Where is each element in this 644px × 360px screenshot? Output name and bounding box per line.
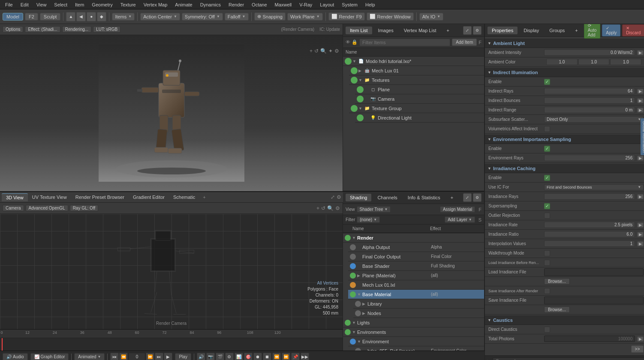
shader-row-lights[interactable]: ▼ Lights (343, 318, 484, 327)
filter-items-input[interactable] (359, 39, 450, 46)
walkthrough-checkbox[interactable] (544, 250, 550, 256)
bb-icon-pin[interactable]: 📌 (291, 353, 300, 360)
panel-tab-images[interactable]: Images (374, 27, 398, 34)
shader-expand-nodes[interactable]: ▶ (362, 311, 367, 315)
apply-btn[interactable]: ✓ Apply (602, 24, 620, 36)
bb-icon-settings[interactable]: ⚙ (225, 353, 234, 360)
caustics-header[interactable]: ▼ Caustics (485, 315, 644, 325)
afx-io-dropdown[interactable]: Afx IO ▼ (419, 13, 443, 21)
menu-animate[interactable]: Animate (172, 1, 196, 8)
transport-start[interactable]: ⏮ (110, 353, 119, 360)
render-window-dropdown[interactable]: ⬜ Render Window (367, 12, 414, 21)
env-rays-value[interactable]: 256 (544, 155, 635, 161)
interpolation-values-value[interactable]: 1 (544, 240, 635, 247)
vp-icon-zoom[interactable]: 🔍 (320, 48, 327, 54)
ic-enable-checkbox[interactable]: ✓ (544, 175, 550, 181)
bb-icon-record[interactable]: ⏺ (253, 353, 262, 360)
transport-end[interactable]: ⏭ (155, 353, 163, 360)
bvp-icon-settings[interactable]: ⚙ (335, 205, 340, 211)
opengl-btn[interactable]: Advanced OpenGL (26, 205, 68, 211)
browse-load-btn[interactable]: Browse... (544, 278, 570, 285)
shield-icon-1[interactable]: ▲ (66, 12, 75, 21)
shader-expand-environment[interactable]: ▼ (357, 339, 362, 344)
shader-expand-library[interactable]: ▶ (362, 302, 367, 306)
work-plane-dropdown[interactable]: Work Plane ▼ (287, 13, 323, 21)
panel-tab-vertex-map[interactable]: Vertex Map List (400, 27, 441, 34)
frame-input[interactable] (128, 353, 145, 360)
shader-row-plane[interactable]: ▶ Plane (Material) (all) (348, 271, 484, 280)
menu-texture[interactable]: Texture (117, 1, 139, 8)
shader-tree-dropdown[interactable]: Shader Tree ▼ (357, 206, 391, 213)
ambient-color-g[interactable]: 1.0 (578, 59, 610, 65)
shader-row-hdre[interactable]: hdre_055_Ref (Image) Environment Color (353, 346, 484, 351)
shader-expand-lights[interactable]: ▼ (352, 321, 357, 325)
symmetry-dropdown[interactable]: Symmetry: Off ▼ (182, 13, 223, 21)
tab-add[interactable]: + (199, 193, 209, 201)
list-item[interactable]: ▶ 🤖 Mech Lux 01 (349, 66, 484, 75)
indirect-rays-arrow[interactable]: ▶ (637, 89, 644, 94)
shader-row-base-material[interactable]: ▼ Base Material (all) (348, 290, 484, 299)
menu-edit[interactable]: Edit (17, 1, 32, 8)
panel-tab-item-list[interactable]: Item List (346, 27, 372, 34)
direct-caustics-checkbox[interactable] (544, 327, 550, 333)
shader-tab-channels[interactable]: Channels (373, 194, 401, 201)
eis-enable-checkbox[interactable]: ✓ (544, 146, 550, 152)
list-item[interactable]: ▼ 📁 Texture Group (349, 104, 484, 113)
graph-editor-btn[interactable]: 📈 Graph Editor (30, 353, 69, 360)
ambient-intensity-value[interactable]: 0.0 W/srm2 (544, 49, 635, 56)
shader-row-final-color[interactable]: Final Color Output Final Color (348, 252, 484, 261)
item-list-settings-btn[interactable]: ⚙ (473, 26, 481, 35)
menu-octane[interactable]: Octane (248, 1, 270, 8)
menu-render[interactable]: Render (225, 1, 247, 8)
irradiance-rays-value[interactable]: 256 (544, 193, 635, 200)
vp-icon-settings[interactable]: ⚙ (334, 48, 339, 54)
bb-icon-rw[interactable]: ⏪ (272, 353, 281, 360)
menu-select[interactable]: Select (51, 1, 71, 8)
subsurface-scatter-dropdown[interactable]: Direct Only ▼ (544, 116, 644, 123)
discard-btn[interactable]: ✕ Discard (622, 24, 644, 36)
load-before-checkbox[interactable] (544, 260, 550, 266)
mode-sculpt-btn[interactable]: Sculpt (40, 13, 61, 21)
shield-icon-3[interactable]: ● (87, 12, 96, 21)
shader-row-library[interactable]: ▶ Library (353, 299, 484, 309)
snapping-dropdown[interactable]: ⊕ Snapping (254, 12, 286, 21)
vp-effect-tab[interactable]: Effect: (Shadi... (25, 26, 60, 33)
menu-maxwell[interactable]: Maxwell (271, 1, 295, 8)
menu-view[interactable]: View (33, 1, 50, 8)
camera-btn[interactable]: Camera (3, 205, 24, 211)
volumetrics-checkbox[interactable] (544, 126, 550, 132)
prop-tab-display[interactable]: Display (519, 27, 543, 34)
bb-icon-forward[interactable]: ▶▶ (301, 353, 309, 360)
action-center-dropdown[interactable]: Action Center ▼ (140, 13, 180, 21)
add-layer-dropdown[interactable]: Add Layer ▼ (445, 216, 475, 223)
ambient-intensity-arrow[interactable]: ▶ (637, 50, 644, 55)
transport-next[interactable]: ⏩ (146, 353, 154, 360)
load-file-input[interactable] (544, 268, 644, 276)
shader-expand-btn[interactable]: ⤢ (463, 193, 472, 202)
animated-dropdown[interactable]: Animated ▼ (74, 353, 105, 360)
bb-icon-stop[interactable]: ⏹ (263, 353, 271, 360)
menu-help[interactable]: Help (362, 1, 379, 8)
indirect-rays-value[interactable]: 64 (544, 88, 635, 94)
indirect-illumination-header[interactable]: ▼ Indirect Illumination (485, 68, 644, 77)
render-dropdown[interactable]: ⬜ Render F9 (328, 12, 365, 21)
filter-dropdown[interactable]: (none) ▼ (357, 216, 380, 223)
shader-row-base-shader[interactable]: Base Shader Full Shading (348, 261, 484, 271)
env-rays-arrow[interactable]: ▶ (637, 156, 644, 161)
shield-icon-4[interactable]: ◆ (97, 12, 106, 21)
assign-material-dropdown[interactable]: Assign Material (440, 206, 475, 213)
vp-rendering-tab[interactable]: Rendering... (62, 26, 91, 33)
mode-f2-btn[interactable]: F2 (25, 13, 38, 21)
shader-content[interactable]: ▼ Render Alpha Output Alpha Final Color … (343, 233, 484, 351)
vp-lut-tab[interactable]: LUT: sRGB (93, 26, 120, 33)
auto-add-btn[interactable]: ⟳ Auto Add (584, 24, 601, 39)
eis-header[interactable]: ▼ Environment Importance Sampling (485, 135, 644, 144)
indirect-range-arrow[interactable]: ▶ (637, 108, 644, 113)
irradiance-rate-arrow[interactable]: ▶ (637, 222, 644, 228)
indirect-range-value[interactable]: 0 m (544, 107, 635, 113)
shield-icon-2[interactable]: ◀ (76, 12, 86, 21)
item-expand-0[interactable]: ▼ (352, 59, 358, 63)
shader-expand-plane[interactable]: ▶ (357, 273, 362, 278)
vis-icon-eye[interactable]: 👁 (346, 39, 350, 45)
item-expand-2[interactable]: ▼ (358, 78, 364, 82)
